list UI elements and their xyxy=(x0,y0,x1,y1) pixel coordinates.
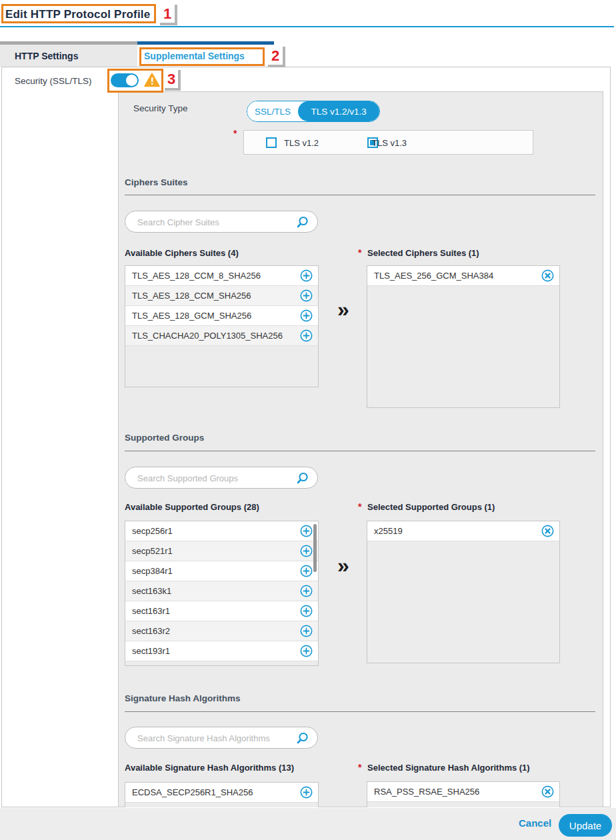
list-item: ECDSA_SECP256R1_SHA256 xyxy=(125,783,318,803)
section-title-ciphers-suites: Ciphers Suites xyxy=(125,177,188,187)
available-groups-label: Available Supported Groups (28) xyxy=(125,502,259,512)
required-asterisk: * xyxy=(358,501,361,512)
annotation-number-3: 3 xyxy=(165,70,181,91)
list-item-label: x25519 xyxy=(374,526,541,536)
warning-triangle-icon xyxy=(144,73,160,90)
list-item: sect193r1 xyxy=(125,641,318,661)
cancel-button[interactable]: Cancel xyxy=(519,817,551,829)
supported-groups-search-input[interactable] xyxy=(136,468,287,489)
tls-version-checkbox-group: TLS v1.2 TLS v1.3 xyxy=(243,130,533,155)
remove-icon[interactable] xyxy=(541,785,554,798)
available-signature-hash-label: Available Signature Hash Algorithms (13) xyxy=(125,763,294,773)
section-divider xyxy=(125,711,595,712)
search-icon[interactable] xyxy=(296,731,309,747)
remove-icon[interactable] xyxy=(541,525,554,537)
edit-http-protocol-profile-dialog: Edit HTTP Protocol Profile HTTP Settings… xyxy=(0,0,616,840)
list-item-label: secp384r1 xyxy=(132,566,300,576)
checkbox-tls-v1-2[interactable] xyxy=(266,137,277,148)
list-item: TLS_AES_128_CCM_SHA256 xyxy=(125,286,318,306)
annotation-number-1: 1 xyxy=(160,5,177,25)
tab-supplemental-settings[interactable]: Supplemental Settings xyxy=(137,45,274,67)
add-icon[interactable] xyxy=(300,585,313,597)
add-icon[interactable] xyxy=(300,545,313,557)
available-ciphers-list: TLS_AES_128_CCM_8_SHA256TLS_AES_128_CCM_… xyxy=(125,265,319,387)
security-ssl-tls-label: Security (SSL/TLS) xyxy=(15,76,92,86)
cipher-suites-search xyxy=(125,211,318,233)
selected-ciphers-list: TLS_AES_256_GCM_SHA384 xyxy=(367,265,560,408)
available-signature-hash-list: ECDSA_SECP256R1_SHA256 xyxy=(125,782,319,807)
add-icon[interactable] xyxy=(300,645,313,657)
required-asterisk: * xyxy=(358,762,361,773)
add-icon[interactable] xyxy=(300,329,313,342)
footer-bar: Cancel Update xyxy=(0,808,616,840)
cipher-suites-search-input[interactable] xyxy=(136,212,287,233)
section-title-supported-groups: Supported Groups xyxy=(125,433,204,443)
list-item: secp256r1 xyxy=(125,521,318,541)
tab-http-settings[interactable]: HTTP Settings xyxy=(0,45,137,67)
list-item: x25519 xyxy=(367,521,559,541)
supported-groups-search xyxy=(125,467,318,489)
tab-http-settings-label: HTTP Settings xyxy=(15,51,78,61)
update-button[interactable]: Update xyxy=(559,814,612,837)
list-item-label: TLS_AES_256_GCM_SHA384 xyxy=(374,271,541,281)
list-item: TLS_AES_256_GCM_SHA384 xyxy=(367,266,559,286)
list-item-label: sect163k1 xyxy=(132,586,300,596)
add-icon[interactable] xyxy=(300,605,313,617)
list-item-label: ECDSA_SECP256R1_SHA256 xyxy=(132,787,300,797)
list-item: RSA_PSS_RSAE_SHA256 xyxy=(367,782,559,802)
required-asterisk: * xyxy=(233,128,237,139)
remove-icon[interactable] xyxy=(541,269,554,282)
security-type-label: Security Type xyxy=(133,103,188,113)
toggle-knob xyxy=(126,75,137,86)
list-item: sect163r1 xyxy=(125,601,318,621)
add-icon[interactable] xyxy=(300,289,313,302)
add-icon[interactable] xyxy=(300,786,313,799)
checkbox-tls-v1-3-label: TLS v1.3 xyxy=(372,138,407,148)
list-item-label: TLS_CHACHA20_POLY1305_SHA256 xyxy=(132,331,300,341)
list-item: TLS_CHACHA20_POLY1305_SHA256 xyxy=(125,326,318,346)
add-icon[interactable] xyxy=(300,309,313,322)
list-item: sect163k1 xyxy=(125,581,318,601)
segment-ssl-tls[interactable]: SSL/TLS xyxy=(247,101,298,121)
add-icon[interactable] xyxy=(300,269,313,282)
signature-hash-search-input[interactable] xyxy=(136,728,287,749)
list-item-label: sect193r1 xyxy=(132,646,300,656)
list-item-label: secp256r1 xyxy=(132,526,300,536)
list-item-label: TLS_AES_128_CCM_8_SHA256 xyxy=(132,271,300,281)
list-item-label: secp521r1 xyxy=(132,546,300,556)
search-icon[interactable] xyxy=(296,215,309,231)
title-divider xyxy=(0,26,614,27)
selected-signature-hash-list: RSA_PSS_RSAE_SHA256 xyxy=(367,781,560,807)
security-toggle[interactable] xyxy=(111,73,139,87)
list-item-label: sect163r1 xyxy=(132,606,300,616)
section-divider xyxy=(125,451,595,451)
list-scrollbar[interactable] xyxy=(313,524,317,572)
add-icon[interactable] xyxy=(300,625,313,637)
transfer-all-icon[interactable]: » xyxy=(332,552,355,579)
list-item: secp384r1 xyxy=(125,561,318,581)
list-item: TLS_AES_128_CCM_8_SHA256 xyxy=(125,266,318,286)
list-item: sect163r2 xyxy=(125,621,318,641)
available-ciphers-label: Available Ciphers Suites (4) xyxy=(125,248,239,258)
tab-supplemental-settings-label: Supplemental Settings xyxy=(144,51,245,61)
list-item: TLS_AES_128_GCM_SHA256 xyxy=(125,306,318,326)
add-icon[interactable] xyxy=(300,565,313,577)
signature-hash-search xyxy=(125,727,318,749)
selected-groups-label: Selected Supported Groups (1) xyxy=(367,502,495,512)
required-asterisk: * xyxy=(358,247,361,258)
section-divider xyxy=(125,195,595,195)
transfer-all-icon[interactable]: » xyxy=(332,296,355,323)
checkbox-tls-v1-2-label: TLS v1.2 xyxy=(284,138,319,148)
page-title: Edit HTTP Protocol Profile xyxy=(5,8,150,21)
list-item-label: TLS_AES_128_CCM_SHA256 xyxy=(132,291,300,301)
search-icon[interactable] xyxy=(296,471,309,487)
list-item-label: RSA_PSS_RSAE_SHA256 xyxy=(374,787,541,797)
list-item: secp521r1 xyxy=(125,541,318,561)
security-type-segmented-control: SSL/TLS TLS v1.2/v1.3 xyxy=(247,101,380,122)
selected-signature-hash-label: Selected Signature Hash Algorithms (1) xyxy=(367,763,530,773)
section-title-signature-hash: Signature Hash Algorithms xyxy=(125,693,241,703)
add-icon[interactable] xyxy=(300,525,313,537)
list-item-label: TLS_AES_128_GCM_SHA256 xyxy=(132,311,300,321)
annotation-number-2: 2 xyxy=(268,47,285,67)
segment-tls-v12-v13[interactable]: TLS v1.2/v1.3 xyxy=(298,101,379,121)
